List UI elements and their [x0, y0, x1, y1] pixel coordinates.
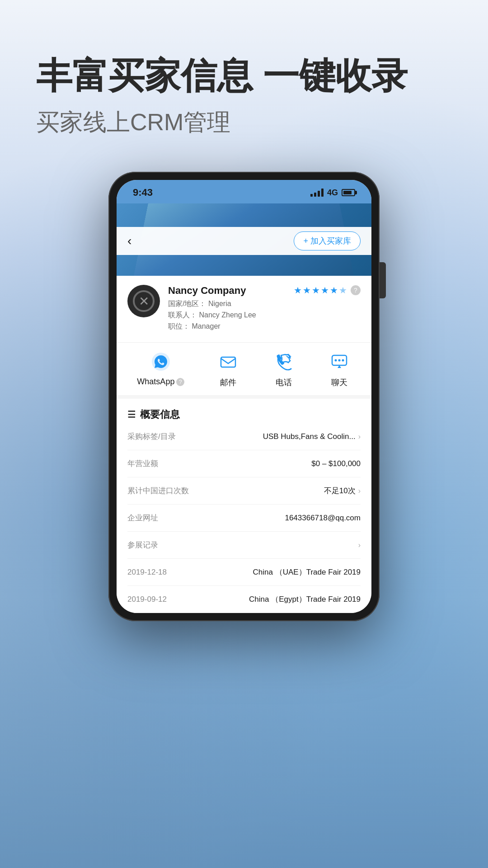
- back-button[interactable]: ‹: [127, 234, 131, 248]
- phone-label: 电话: [276, 377, 292, 388]
- info-row-revenue: 年营业额 $0 – $100,000: [127, 450, 361, 477]
- battery-icon: [342, 189, 355, 196]
- rating-stars: ★ ★ ★ ★ ★ ★: [294, 285, 347, 296]
- info-row-imports[interactable]: 累计中国进口次数 不足10次 ›: [127, 477, 361, 505]
- page-content: 丰富买家信息 一键收录 买家线上CRM管理 9:43 4G: [0, 0, 488, 868]
- info-row-tags[interactable]: 采购标签/目录 USB Hubs,Fans & Coolin... ›: [127, 423, 361, 450]
- email-label: 邮件: [220, 377, 236, 388]
- info-row-trade1: 2019-12-18 China （UAE）Trade Fair 2019: [127, 559, 361, 586]
- chat-icon: [328, 350, 351, 373]
- company-country: 国家/地区： Nigeria: [168, 299, 286, 309]
- row-label: 参展记录: [127, 540, 158, 550]
- phone-button[interactable]: 电话: [272, 350, 296, 388]
- main-title: 丰富买家信息 一键收录: [36, 54, 452, 98]
- row-label: 年营业额: [127, 458, 158, 469]
- action-row: WhatsApp ? 邮件: [117, 343, 371, 399]
- hero-image: ‹ + 加入买家库: [117, 203, 371, 276]
- section-title: ☰ 概要信息: [127, 408, 361, 421]
- chevron-icon: ›: [358, 541, 361, 549]
- chat-button[interactable]: 聊天: [328, 350, 351, 388]
- chevron-icon: ›: [358, 487, 361, 495]
- rating-help-icon[interactable]: ?: [351, 285, 361, 295]
- status-bar: 9:43 4G: [117, 180, 371, 203]
- company-contact: 联系人： Nancy Zheng Lee: [168, 311, 286, 320]
- whatsapp-button[interactable]: WhatsApp ?: [137, 350, 184, 388]
- company-avatar: [127, 285, 160, 317]
- row-value: $0 – $100,000: [311, 459, 361, 468]
- signal-bars-icon: [310, 189, 324, 197]
- row-value: China （UAE）Trade Fair 2019: [253, 567, 361, 577]
- status-icons: 4G: [310, 188, 355, 198]
- section-icon: ☰: [127, 409, 136, 420]
- svg-point-5: [342, 359, 344, 362]
- row-value: 1643366718@qq.com: [285, 514, 361, 523]
- info-row-trade2: 2019-09-12 China （Egypt）Trade Fair 2019: [127, 586, 361, 613]
- company-card: Nancy Company 国家/地区： Nigeria 联系人： Nancy …: [117, 276, 371, 343]
- company-position: 职位： Manager: [168, 322, 286, 331]
- company-name: Nancy Company: [168, 285, 286, 297]
- add-buyer-button[interactable]: + 加入买家库: [294, 231, 361, 250]
- header-section: 丰富买家信息 一键收录 买家线上CRM管理: [0, 0, 488, 156]
- status-time: 9:43: [133, 187, 153, 198]
- whatsapp-help-icon[interactable]: ?: [176, 378, 184, 386]
- company-rating: ★ ★ ★ ★ ★ ★ ?: [294, 285, 361, 296]
- phone-screen: 9:43 4G: [117, 180, 371, 613]
- row-label: 企业网址: [127, 513, 158, 523]
- row-label: 累计中国进口次数: [127, 486, 189, 496]
- row-date: 2019-09-12: [127, 595, 167, 604]
- chat-label: 聊天: [331, 377, 347, 388]
- row-value: 不足10次 ›: [324, 486, 361, 496]
- status-4g: 4G: [327, 188, 338, 198]
- sub-title: 买家线上CRM管理: [36, 107, 452, 138]
- svg-rect-1: [221, 357, 235, 367]
- phone-frame: 9:43 4G: [108, 172, 380, 621]
- whatsapp-icon: [149, 350, 173, 373]
- info-section: ☰ 概要信息 采购标签/目录 USB Hubs,Fans & Coolin...…: [117, 399, 371, 613]
- phone-mockup: 9:43 4G: [108, 172, 380, 621]
- email-icon: [216, 350, 240, 373]
- row-label: 采购标签/目录: [127, 431, 176, 442]
- svg-point-3: [334, 359, 337, 362]
- whatsapp-label: WhatsApp: [137, 377, 174, 387]
- row-value: ›: [358, 541, 361, 549]
- row-value: USB Hubs,Fans & Coolin... ›: [263, 432, 361, 441]
- phone-icon: [272, 350, 296, 373]
- company-info: Nancy Company 国家/地区： Nigeria 联系人： Nancy …: [168, 285, 286, 333]
- chevron-icon: ›: [358, 433, 361, 441]
- email-button[interactable]: 邮件: [216, 350, 240, 388]
- info-row-website: 企业网址 1643366718@qq.com: [127, 505, 361, 532]
- nav-bar: ‹ + 加入买家库: [117, 227, 371, 255]
- info-row-exhibition[interactable]: 参展记录 ›: [127, 532, 361, 559]
- row-date: 2019-12-18: [127, 568, 167, 577]
- svg-point-4: [338, 359, 340, 362]
- row-value: China （Egypt）Trade Fair 2019: [249, 594, 361, 604]
